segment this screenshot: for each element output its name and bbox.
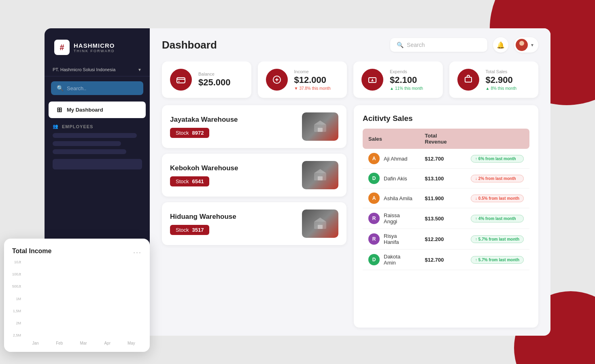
revenue-cell: $11.900 (419, 188, 465, 208)
stat-card-total-sales: Total Sales $2.900 ▲ 8% this month (449, 61, 539, 98)
user-avatar-button[interactable]: ▼ (514, 37, 538, 53)
total-sales-change: ▲ 8% this month (486, 86, 517, 91)
change-badge: ↑ 6% from last month (471, 155, 524, 163)
table-row: A Ashila Amila $11.900 ↓ 0.5% from last … (363, 188, 529, 208)
change-cell: ↓ 0.5% from last month (465, 188, 529, 208)
sales-name: Aji Ahmad (384, 156, 408, 162)
warehouse-jayataka-stock-value: 8972 (192, 130, 204, 136)
balance-label: Balance (198, 72, 231, 76)
change-cell: ↑ 4% from last month (465, 208, 529, 229)
sales-name: Dafin Akis (384, 176, 407, 182)
revenue-cell: $13.500 (419, 208, 465, 229)
header-actions: 🔍 🔔 ▼ (390, 37, 538, 53)
main-search-bar[interactable]: 🔍 (390, 38, 487, 52)
revenue-cell: $12.200 (419, 229, 465, 250)
change-badge: ↑ 5.7% from last month (471, 235, 524, 243)
total-sales-info: Total Sales $2.900 ▲ 8% this month (486, 69, 517, 91)
chart-bars-area: JanFebMarAprMay (24, 260, 142, 345)
sales-avatar: A (368, 153, 380, 164)
change-badge: ↑ 5.7% from last month (471, 256, 524, 264)
revenue-cell: $13.100 (419, 169, 465, 188)
notification-icon: 🔔 (497, 41, 505, 49)
warehouse-card-jayataka: Jayataka Warehouse Stock 8972 (162, 105, 346, 148)
sidebar-search-input[interactable] (67, 85, 138, 91)
warehouse-jayataka-name: Jayataka Warehouse (170, 116, 238, 124)
income-chart-more-button[interactable]: ... (133, 247, 142, 255)
company-arrow-icon: ▼ (138, 68, 142, 72)
svg-marker-10 (314, 169, 326, 173)
chart-area: 2,5M2M1,5M1M500Jt100Jt10Jt JanFebMarAprM… (12, 260, 142, 345)
warehouse-hiduang-image (302, 210, 338, 238)
sales-name: Raissa Anggi (384, 212, 414, 224)
sidebar-search-bar[interactable]: 🔍 (51, 81, 143, 95)
warehouse-kebokoh-name: Kebokoh Warehouse (170, 164, 238, 172)
stat-card-income: Income $12.000 ▼ 37.8% this month (258, 61, 347, 98)
sales-name: Dakota Amin (384, 254, 414, 266)
balance-value: $25.000 (198, 77, 231, 88)
sidebar-placeholder-3[interactable] (53, 149, 126, 154)
chart-y-label: 1M (12, 297, 21, 301)
notification-button[interactable]: 🔔 (493, 37, 508, 53)
revenue-cell: $12.700 (419, 149, 465, 169)
chart-x-label: Apr (97, 341, 118, 345)
warehouse-kebokoh-info: Kebokoh Warehouse Stock 6541 (170, 164, 238, 186)
search-icon: 🔍 (397, 42, 404, 48)
sidebar-placeholder-4[interactable] (53, 159, 142, 169)
activity-title: Acitivty Sales (363, 114, 529, 123)
sidebar-placeholder-1[interactable] (53, 133, 137, 138)
company-name: PT. Hashmicro Solusi Indonesia (53, 67, 115, 72)
chart-bars (24, 260, 142, 339)
search-input[interactable] (407, 42, 481, 48)
sales-person: D Dafin Akis (368, 173, 414, 184)
sales-cell: R Raissa Anggi (363, 208, 419, 229)
total-sales-icon (457, 69, 479, 91)
expends-info: Expends $2.100 ▲ 11% this month (390, 69, 423, 91)
stats-row: Balance $25.000 Income $12.000 ▼ (162, 61, 538, 98)
svg-marker-13 (314, 218, 326, 222)
lower-row: Jayataka Warehouse Stock 8972 (162, 105, 538, 328)
col-change (465, 129, 529, 149)
change-cell: ↑ 6% from last month (465, 149, 529, 169)
header: Dashboard 🔍 🔔 ▼ (150, 28, 550, 61)
sales-person: R Risya Hanifa (368, 233, 414, 245)
sidebar-section-employees: 👥 EMPLOYEES (45, 119, 150, 131)
chart-x-label: Jan (25, 341, 46, 345)
chart-y-label: 10Jt (12, 260, 21, 264)
warehouse-card-kebokoh: Kebokoh Warehouse Stock 6541 (162, 154, 346, 197)
sales-cell: R Risya Hanifa (363, 229, 419, 250)
chart-y-label: 2,5M (12, 333, 21, 337)
sales-avatar: R (368, 213, 380, 224)
sales-cell: A Aji Ahmad (363, 149, 419, 169)
svg-point-3 (178, 81, 180, 82)
income-chart-title: Total Income (12, 248, 52, 255)
income-info: Income $12.000 ▼ 37.8% this month (294, 69, 331, 91)
sales-avatar: D (368, 173, 380, 184)
warehouse-hiduang-info: Hiduang Warehouse Stock 3517 (170, 213, 236, 235)
sidebar-search-icon: 🔍 (57, 85, 64, 91)
revenue-amount: $12.700 (425, 257, 444, 263)
sidebar-item-dashboard[interactable]: ⊞ My Dashboard (49, 102, 146, 118)
chart-grid: 2,5M2M1,5M1M500Jt100Jt10Jt JanFebMarAprM… (12, 260, 142, 345)
warehouse-hiduang-stock-value: 3517 (192, 227, 204, 233)
svg-point-0 (519, 41, 524, 46)
svg-rect-14 (318, 225, 323, 229)
stat-card-balance: Balance $25.000 (162, 61, 251, 98)
chart-x-label: Mar (73, 341, 94, 345)
sales-name: Risya Hanifa (384, 233, 414, 245)
sales-person: R Raissa Anggi (368, 212, 414, 224)
dashboard-icon: ⊞ (57, 106, 62, 114)
logo-symbol: # (60, 43, 64, 52)
change-badge: ↑ 4% from last month (471, 215, 524, 222)
balance-icon (170, 69, 192, 91)
chart-y-label: 500Jt (12, 284, 21, 288)
svg-rect-11 (318, 176, 323, 180)
company-selector[interactable]: PT. Hashmicro Solusi Indonesia ▼ (45, 63, 150, 76)
svg-rect-5 (465, 77, 472, 82)
revenue-amount: $11.900 (425, 195, 444, 201)
activity-table: Sales Total Revenue A Aji Ahmad $12.700 … (363, 129, 529, 270)
svg-marker-7 (314, 121, 326, 125)
sales-avatar: A (368, 193, 380, 204)
table-row: D Dakota Amin $12.700 ↑ 5.7% from last m… (363, 250, 529, 270)
warehouse-hiduang-name: Hiduang Warehouse (170, 213, 236, 221)
sidebar-placeholder-2[interactable] (53, 141, 121, 146)
